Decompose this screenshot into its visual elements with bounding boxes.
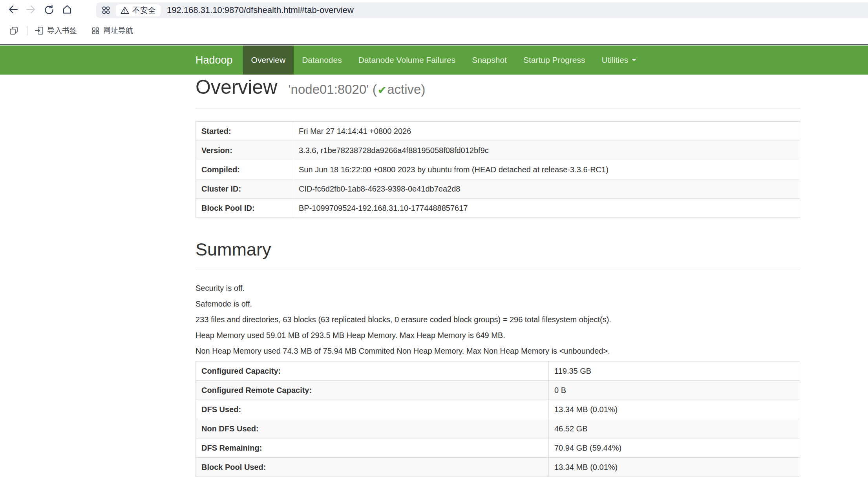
navbar-inner: Hadoop Overview Datanodes Datanode Volum… (196, 46, 868, 75)
row-label: Version: (196, 141, 293, 160)
table-row: Block Pool Used: 13.34 MB (0.01%) (196, 458, 800, 477)
navbar-tabs: Overview Datanodes Datanode Volume Failu… (243, 46, 645, 75)
nav-item[interactable]: Utilities (594, 46, 645, 75)
row-value: 119.35 GB (549, 362, 800, 381)
row-value: 13.34 MB (0.01%) (549, 400, 800, 419)
row-label: Configured Remote Capacity: (196, 381, 549, 400)
summary-paragraph: Heap Memory used 59.01 MB of 293.5 MB He… (196, 330, 800, 341)
status-paren-close: ) (421, 82, 425, 97)
table-row: Cluster ID: CID-fc6d2fb0-1ab8-4623-9398-… (196, 179, 800, 199)
table-row: Started: Fri Mar 27 14:14:41 +0800 2026 (196, 122, 800, 141)
import-bookmarks-icon (35, 26, 44, 35)
caret-down-icon (632, 59, 636, 61)
warning-icon (121, 6, 129, 14)
apps-grid-icon[interactable] (101, 5, 111, 15)
row-value: Sun Jun 18 16:22:00 +0800 2023 by ubuntu… (293, 160, 800, 179)
hadoop-navbar: Hadoop Overview Datanodes Datanode Volum… (0, 46, 868, 75)
navbar-brand[interactable]: Hadoop (196, 46, 243, 75)
nav-item-label: Snapshot (472, 55, 507, 65)
row-value: BP-1099709524-192.168.31.10-177448885761… (293, 199, 800, 218)
nav-item-label: Datanode Volume Failures (358, 55, 455, 65)
browser-toolbar: 不安全 192.168.31.10:9870/dfshealth.html#ta… (0, 0, 868, 19)
home-icon (62, 4, 73, 15)
nav-item[interactable]: Startup Progress (515, 46, 594, 75)
forward-button[interactable] (24, 2, 38, 17)
summary-paragraph: 233 files and directories, 63 blocks (63… (196, 314, 800, 325)
row-value: 0 B (549, 381, 800, 400)
table-row: DFS Used: 13.34 MB (0.01%) (196, 400, 800, 419)
back-button[interactable] (6, 2, 20, 17)
row-label: Non DFS Used: (196, 419, 549, 438)
summary-paragraph: Safemode is off. (196, 298, 800, 309)
row-value: CID-fc6d2fb0-1ab8-4623-9398-0e41db7ea2d8 (293, 179, 800, 199)
capacity-table: Configured Capacity: 119.35 GB Configure… (196, 361, 800, 477)
apps-grid-icon-glyph (101, 5, 111, 15)
browser-chrome: 不安全 192.168.31.10:9870/dfshealth.html#ta… (0, 0, 868, 45)
nav-item[interactable]: Datanode Volume Failures (350, 46, 464, 75)
row-label: Started: (196, 122, 293, 141)
address-bar[interactable]: 不安全 192.168.31.10:9870/dfshealth.html#ta… (96, 2, 868, 18)
row-label: Compiled: (196, 160, 293, 179)
forward-icon (26, 4, 37, 15)
reload-icon (44, 4, 55, 15)
row-label: Configured Capacity: (196, 362, 549, 381)
page-title: Overview 'node01:8020' (✔active) (196, 76, 800, 101)
row-value: Fri Mar 27 14:14:41 +0800 2026 (293, 122, 800, 141)
row-label: DFS Remaining: (196, 438, 549, 458)
security-label: 不安全 (132, 5, 156, 16)
table-row: Version: 3.3.6, r1be78238728da9266a4f881… (196, 141, 800, 160)
row-value: 13.34 MB (0.01%) (549, 458, 800, 477)
nav-item[interactable]: Overview (243, 46, 294, 75)
overview-info-table-body: Started: Fri Mar 27 14:14:41 +0800 2026 … (196, 122, 800, 218)
table-row: DFS Remaining: 70.94 GB (59.44%) (196, 438, 800, 458)
bookmarks-bar: 导入书签 网址导航 (0, 22, 868, 39)
nav-item-label: Datanodes (302, 55, 342, 65)
row-value: 3.3.6, r1be78238728da9266a4f88195058f08f… (293, 141, 800, 160)
nav-item-label: Overview (251, 55, 286, 65)
bookmark-label: 导入书签 (47, 26, 77, 36)
grid-squares-icon (91, 26, 100, 35)
nav-item[interactable]: Snapshot (464, 46, 515, 75)
bookmark-import-bookmarks[interactable]: 导入书签 (35, 26, 77, 36)
row-label: Block Pool ID: (196, 199, 293, 218)
reload-button[interactable] (42, 2, 56, 17)
row-value: 46.52 GB (549, 419, 800, 438)
nav-item[interactable]: Datanodes (294, 46, 350, 75)
side-panel-button[interactable] (8, 23, 20, 38)
page-content: Overview 'node01:8020' (✔active) Started… (196, 76, 800, 477)
namenode-host-port: 'node01:8020' (288, 82, 369, 97)
overview-heading: Overview (196, 76, 277, 98)
row-label: Cluster ID: (196, 179, 293, 199)
bookmark-site-navigation[interactable]: 网址导航 (91, 26, 133, 36)
summary-heading: Summary (196, 240, 800, 259)
url-text[interactable]: 192.168.31.10:9870/dfshealth.html#tab-ov… (167, 5, 354, 15)
security-badge[interactable]: 不安全 (116, 4, 161, 16)
check-icon: ✔ (378, 84, 387, 96)
row-label: DFS Used: (196, 400, 549, 419)
pages-icon (9, 26, 18, 35)
summary-paragraphs: Security is off. Safemode is off. 233 fi… (196, 283, 800, 356)
table-row: Compiled: Sun Jun 18 16:22:00 +0800 2023… (196, 160, 800, 179)
status-paren-open: ( (373, 82, 377, 97)
back-icon (7, 4, 18, 15)
table-row: Configured Capacity: 119.35 GB (196, 362, 800, 381)
capacity-table-body: Configured Capacity: 119.35 GB Configure… (196, 362, 800, 477)
divider (196, 108, 800, 109)
home-button[interactable] (60, 2, 74, 17)
namenode-address: 'node01:8020' (✔active) (288, 82, 425, 97)
bookmark-label: 网址导航 (103, 26, 133, 36)
divider (196, 270, 800, 270)
status-badge: active (387, 82, 421, 97)
row-label: Block Pool Used: (196, 458, 549, 477)
summary-paragraph: Non Heap Memory used 74.3 MB of 75.94 MB… (196, 345, 800, 356)
overview-info-table: Started: Fri Mar 27 14:14:41 +0800 2026 … (196, 121, 800, 218)
row-value: 70.94 GB (59.44%) (549, 438, 800, 458)
nav-item-label: Utilities (602, 55, 629, 65)
nav-item-label: Startup Progress (523, 55, 585, 65)
table-row: Configured Remote Capacity: 0 B (196, 381, 800, 400)
table-row: Block Pool ID: BP-1099709524-192.168.31.… (196, 199, 800, 218)
summary-paragraph: Security is off. (196, 283, 800, 294)
bookmarks-divider (27, 26, 27, 35)
table-row: Non DFS Used: 46.52 GB (196, 419, 800, 438)
